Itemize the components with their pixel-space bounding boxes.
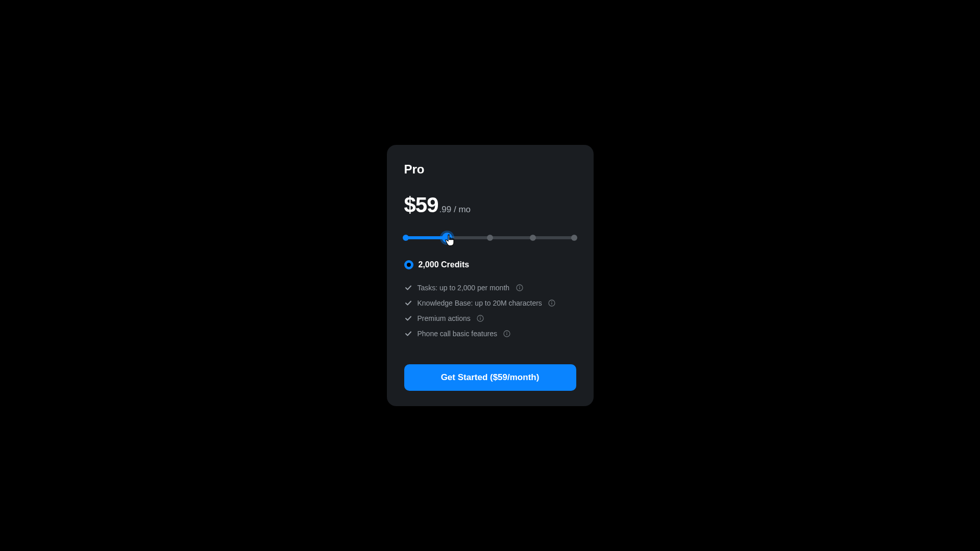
svg-rect-11	[507, 333, 507, 335]
svg-point-10	[507, 332, 508, 333]
credits-slider[interactable]	[404, 233, 576, 243]
check-icon	[404, 284, 412, 292]
feature-list: Tasks: up to 2,000 per month Knowledge B…	[404, 284, 576, 338]
feature-text: Tasks: up to 2,000 per month	[418, 284, 510, 292]
slider-thumb[interactable]	[442, 233, 452, 243]
info-icon[interactable]	[477, 315, 484, 322]
price-row: $59 .99 / mo	[404, 193, 576, 217]
slider-stop[interactable]	[487, 235, 493, 241]
svg-point-7	[480, 316, 481, 317]
pricing-card: Pro $59 .99 / mo 2,000 Credits Tasks: up…	[387, 145, 594, 406]
info-icon[interactable]	[503, 330, 511, 338]
check-icon	[404, 314, 412, 322]
feature-text: Phone call basic features	[418, 330, 497, 338]
svg-rect-8	[480, 318, 481, 320]
check-icon	[404, 299, 412, 307]
feature-item: Phone call basic features	[404, 330, 576, 338]
slider-stop[interactable]	[403, 235, 409, 241]
credits-label: 2,000 Credits	[419, 260, 470, 269]
info-icon[interactable]	[516, 284, 523, 292]
svg-point-1	[519, 286, 520, 287]
plan-name: Pro	[404, 162, 576, 177]
slider-stop[interactable]	[530, 235, 536, 241]
feature-item: Tasks: up to 2,000 per month	[404, 284, 576, 292]
slider-stop[interactable]	[571, 235, 577, 241]
radio-selected-icon	[404, 260, 413, 269]
price-suffix: .99 / mo	[439, 205, 471, 215]
feature-text: Premium actions	[418, 314, 471, 322]
check-icon	[404, 330, 412, 338]
feature-item: Premium actions	[404, 314, 576, 322]
info-icon[interactable]	[548, 299, 556, 307]
feature-text: Knowledge Base: up to 20M characters	[418, 299, 542, 307]
svg-point-4	[551, 301, 552, 302]
get-started-button[interactable]: Get Started ($59/month)	[404, 364, 576, 391]
credits-row[interactable]: 2,000 Credits	[404, 260, 576, 269]
svg-rect-2	[519, 287, 520, 289]
price-main: $59	[404, 193, 438, 217]
svg-rect-5	[552, 303, 552, 305]
feature-item: Knowledge Base: up to 20M characters	[404, 299, 576, 307]
